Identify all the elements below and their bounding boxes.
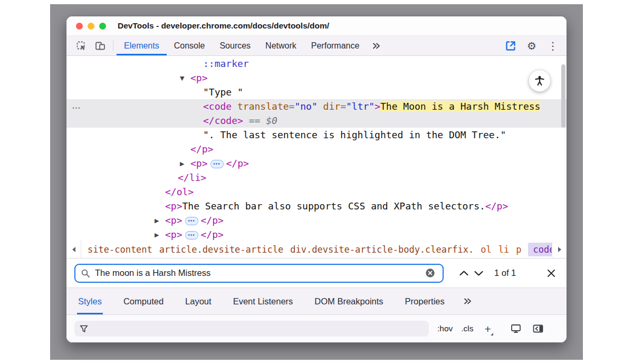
new-style-rule-button[interactable]: + — [482, 323, 494, 334]
dom-tree-node[interactable]: "Type " — [66, 85, 567, 99]
tab-dom-breakpoints[interactable]: DOM Breakpoints — [313, 288, 384, 314]
accessibility-fab[interactable] — [529, 70, 551, 92]
toolbar-divider — [113, 40, 113, 51]
clear-search-icon[interactable] — [423, 266, 437, 281]
breadcrumb-scroll-right-icon[interactable] — [552, 241, 567, 258]
vertical-scrollbar[interactable] — [561, 64, 565, 128]
expand-right-icon[interactable]: ▶ — [180, 157, 190, 171]
inline-expand-icon[interactable]: ••• — [210, 160, 224, 168]
expand-down-icon[interactable]: ▼ — [180, 71, 190, 85]
dom-tree-node[interactable]: <p>The Search bar also supports CSS and … — [66, 199, 567, 213]
breadcrumb-list: site-contentarticle.devsite-articlediv.d… — [81, 241, 552, 258]
devtools-toolbar: ElementsConsoleSourcesNetworkPerformance… — [66, 36, 567, 56]
inspect-icon[interactable] — [72, 36, 91, 55]
window-titlebar: DevTools - developer.chrome.com/docs/dev… — [66, 16, 567, 36]
inline-expand-icon[interactable]: ••• — [185, 231, 198, 240]
expand-right-icon[interactable]: ▶ — [155, 214, 165, 228]
main-tabs: ElementsConsoleSourcesNetworkPerformance — [117, 36, 367, 55]
dom-tree-panel: ::marker▼<p>"Type "…<code translate="no"… — [66, 56, 567, 241]
dom-tree-node[interactable]: ::marker — [66, 56, 567, 71]
breadcrumb-item-article-devsite-article[interactable]: article.devsite-article — [159, 244, 283, 255]
filter-funnel-icon — [80, 325, 88, 333]
tab-event-listeners[interactable]: Event Listeners — [232, 288, 294, 314]
breadcrumb-item-site-content[interactable]: site-content — [88, 244, 152, 255]
next-result-icon[interactable] — [471, 266, 486, 281]
toolbar-right-actions: ⚙ ⋮ — [497, 36, 567, 55]
tab-console[interactable]: Console — [167, 36, 213, 55]
search-icon — [81, 269, 90, 278]
dom-tree-node[interactable]: …<code translate="no" dir="ltr">The Moon… — [66, 99, 567, 113]
toggle-hover-state-button[interactable]: :hov — [437, 324, 453, 333]
tab-styles[interactable]: Styles — [77, 288, 103, 314]
styles-toolbar: :hov .cls + — [66, 315, 567, 342]
expand-right-icon[interactable]: ▶ — [155, 228, 165, 241]
sidebar-tabs: StylesComputedLayoutEvent ListenersDOM B… — [66, 288, 567, 315]
close-search-icon[interactable] — [544, 266, 559, 281]
dom-tree-node[interactable]: ▶<p>•••</p> — [66, 213, 567, 227]
search-results-count: 1 of 1 — [494, 268, 516, 278]
dom-tree-node[interactable]: ▶<p>•••</p> — [66, 156, 567, 170]
dock-side-icon[interactable] — [503, 39, 518, 53]
breadcrumb-item-ol[interactable]: ol — [481, 244, 491, 255]
more-tabs-icon[interactable] — [367, 36, 386, 55]
desktop-background: DevTools - developer.chrome.com/docs/dev… — [50, 4, 583, 360]
dom-tree-node[interactable]: </ol> — [66, 185, 567, 199]
minimize-window-button[interactable] — [88, 23, 94, 30]
window-title: DevTools - developer.chrome.com/docs/dev… — [118, 21, 329, 31]
tab-computed[interactable]: Computed — [122, 288, 165, 314]
search-bar: 1 of 1 — [66, 258, 567, 288]
previous-result-icon[interactable] — [456, 266, 471, 281]
breadcrumb-item-div-devsite-article-body-clearfix[interactable]: div.devsite-article-body.clearfix. — [290, 244, 474, 255]
display-monitor-icon[interactable] — [509, 321, 523, 336]
toggle-class-button[interactable]: .cls — [461, 324, 473, 333]
dom-tree-node[interactable]: </code> == $0 — [66, 113, 567, 128]
close-window-button[interactable] — [76, 23, 83, 30]
kebab-menu-icon[interactable]: ⋮ — [545, 41, 560, 51]
node-options-icon[interactable]: … — [72, 99, 81, 113]
zoom-window-button[interactable] — [99, 23, 106, 30]
dom-tree-node[interactable]: ". The last sentence is highlighted in t… — [66, 128, 567, 142]
tab-elements[interactable]: Elements — [117, 36, 167, 55]
sidebar-tab-list: StylesComputedLayoutEvent ListenersDOM B… — [77, 288, 465, 314]
styles-filter-field[interactable] — [74, 321, 429, 337]
search-box[interactable] — [74, 264, 444, 283]
dom-tree-node[interactable]: ▶<p>•••</p> — [66, 227, 567, 241]
dom-tree-node[interactable]: ▼<p> — [66, 71, 567, 85]
inline-expand-icon[interactable]: ••• — [185, 217, 198, 225]
tab-layout[interactable]: Layout — [184, 288, 213, 314]
tab-sources[interactable]: Sources — [212, 36, 258, 55]
styles-filter-input[interactable] — [92, 324, 424, 333]
breadcrumb-item-li[interactable]: li — [498, 244, 509, 255]
breadcrumb-item-p[interactable]: p — [516, 244, 521, 255]
breadcrumb-item-code[interactable]: code — [528, 243, 552, 256]
tab-properties[interactable]: Properties — [404, 288, 446, 314]
search-input[interactable] — [95, 268, 423, 278]
device-toolbar-icon[interactable] — [91, 36, 110, 55]
dom-tree-node[interactable]: </p> — [66, 142, 567, 156]
breadcrumb-bar: site-contentarticle.devsite-articlediv.d… — [66, 241, 567, 258]
dom-tree: ::marker▼<p>"Type "…<code translate="no"… — [66, 56, 567, 241]
dom-tree-node[interactable]: </li> — [66, 170, 567, 185]
tab-performance[interactable]: Performance — [304, 36, 367, 55]
devtools-window: DevTools - developer.chrome.com/docs/dev… — [66, 16, 567, 343]
settings-gear-icon[interactable]: ⚙ — [524, 41, 539, 51]
accessibility-person-icon — [534, 75, 545, 87]
tab-network[interactable]: Network — [258, 36, 304, 55]
sidebar-toggle-icon[interactable] — [531, 321, 545, 336]
more-sidebar-tabs-icon[interactable] — [458, 288, 477, 314]
breadcrumb-scroll-left-icon[interactable] — [66, 241, 81, 258]
